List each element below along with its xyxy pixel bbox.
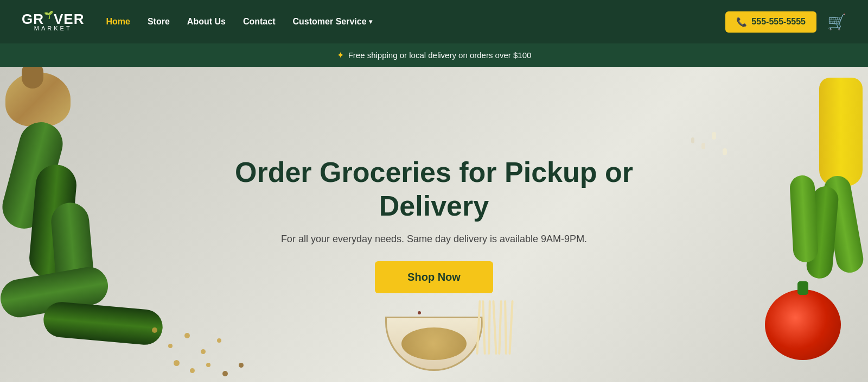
cart-icon[interactable]: 🛒 xyxy=(827,13,846,31)
shop-now-button[interactable]: Shop Now xyxy=(375,261,493,293)
seed-dot-7 xyxy=(190,368,195,373)
noodle-6 xyxy=(504,300,507,355)
hero-title: Order Groceries for Pickup or Delivery xyxy=(228,155,640,223)
nav-links: Home Store About Us Contact Customer Ser… xyxy=(106,17,372,27)
seed-dot-3 xyxy=(184,333,190,338)
announcement-text: Free shipping or local delivery on order… xyxy=(348,51,532,60)
seed-dot-4 xyxy=(201,349,206,354)
nav-link-store[interactable]: Store xyxy=(148,17,170,26)
logo-text-block: GR 🌱 VER MARKET xyxy=(22,12,84,31)
nav-item-about[interactable]: About Us xyxy=(187,17,226,27)
hero-subtitle: For all your everyday needs. Same day de… xyxy=(228,234,640,245)
logo[interactable]: GR 🌱 VER MARKET xyxy=(22,12,84,31)
phone-icon: 📞 xyxy=(736,17,747,27)
chevron-down-icon: ▾ xyxy=(369,18,372,26)
nav-item-contact[interactable]: Contact xyxy=(243,17,276,27)
nav-link-about[interactable]: About Us xyxy=(187,17,226,26)
navbar: GR 🌱 VER MARKET Home Store About Us Cont… xyxy=(0,0,868,43)
navbar-left: GR 🌱 VER MARKET Home Store About Us Cont… xyxy=(22,12,372,31)
right-vegetables xyxy=(705,67,868,382)
noodle-5 xyxy=(498,300,502,355)
noodle-7 xyxy=(508,300,513,355)
logo-name: GR 🌱 VER xyxy=(22,12,84,26)
onion-decoration xyxy=(5,72,71,127)
seed-dot-8 xyxy=(206,363,210,367)
seed-right-2 xyxy=(701,143,705,149)
announcement-bar: ✦ Free shipping or local delivery on ord… xyxy=(0,43,868,67)
hero-content: Order Groceries for Pickup or Delivery F… xyxy=(217,144,651,305)
noodle-3 xyxy=(488,300,491,355)
green-bean-3 xyxy=(789,175,819,263)
tomato-decoration xyxy=(765,289,841,360)
pom-seed-2 xyxy=(418,311,421,314)
seed-dot-10 xyxy=(239,363,244,368)
phone-number: 555-555-5555 xyxy=(751,17,806,27)
seed-dot-1 xyxy=(152,327,157,333)
seed-dot-2 xyxy=(168,344,173,348)
seed-dot-6 xyxy=(174,360,180,366)
cucumber-5 xyxy=(42,301,164,346)
seed-dot-9 xyxy=(222,371,228,376)
noodle-2 xyxy=(482,300,486,355)
noodle-4 xyxy=(492,300,497,355)
nav-link-contact[interactable]: Contact xyxy=(243,17,276,26)
phone-button[interactable]: 📞 555-555-5555 xyxy=(725,11,816,33)
nav-link-customer-service[interactable]: Customer Service ▾ xyxy=(293,17,372,27)
nav-link-home[interactable]: Home xyxy=(106,17,130,26)
left-vegetables xyxy=(0,67,163,382)
nav-item-customer-service[interactable]: Customer Service ▾ xyxy=(293,17,372,27)
hero-section: Order Groceries for Pickup or Delivery F… xyxy=(0,67,868,382)
seed-dot-5 xyxy=(217,338,221,343)
star-icon: ✦ xyxy=(337,50,344,60)
noodle-decoration xyxy=(477,300,521,365)
nav-item-store[interactable]: Store xyxy=(148,17,170,27)
yellow-pepper xyxy=(819,78,863,186)
nav-item-home[interactable]: Home xyxy=(106,17,130,27)
seed-right-4 xyxy=(691,137,694,143)
bowl-contents xyxy=(401,327,467,360)
navbar-right: 📞 555-555-5555 🛒 xyxy=(725,11,846,33)
